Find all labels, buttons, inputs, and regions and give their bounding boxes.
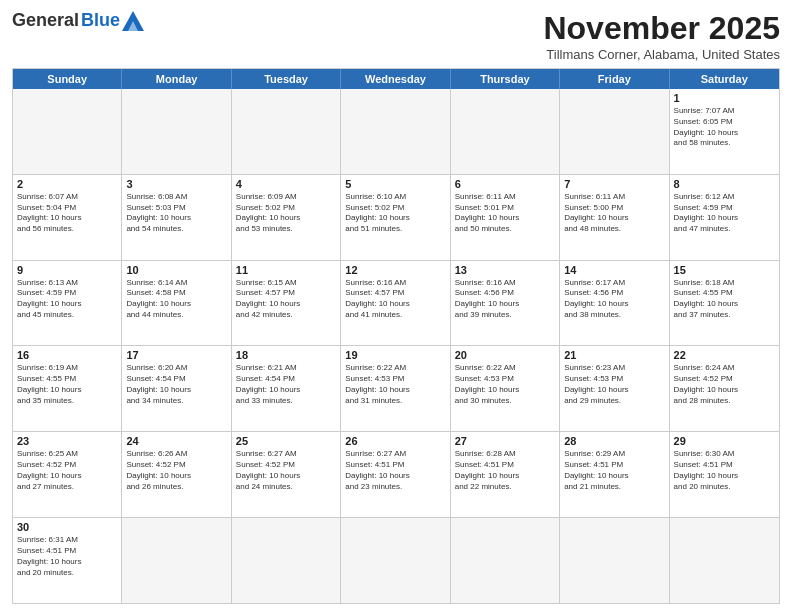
day-number: 17 [126,349,226,361]
day-info: Sunrise: 6:24 AM Sunset: 4:52 PM Dayligh… [674,363,775,406]
weekday-header-wednesday: Wednesday [341,69,450,89]
weekday-header-thursday: Thursday [451,69,560,89]
weekday-header-friday: Friday [560,69,669,89]
logo: General Blue [12,10,144,31]
day-number: 8 [674,178,775,190]
page: General Blue November 2025 Tillmans Corn… [0,0,792,612]
day-number: 15 [674,264,775,276]
calendar-day-empty-5-6 [670,518,779,603]
logo-triangle-icon [122,11,144,31]
day-number: 20 [455,349,555,361]
day-number: 30 [17,521,117,533]
calendar-day-1: 1Sunrise: 7:07 AM Sunset: 6:05 PM Daylig… [670,89,779,174]
day-number: 11 [236,264,336,276]
day-number: 10 [126,264,226,276]
day-info: Sunrise: 6:09 AM Sunset: 5:02 PM Dayligh… [236,192,336,235]
day-info: Sunrise: 6:22 AM Sunset: 4:53 PM Dayligh… [345,363,445,406]
calendar-day-25: 25Sunrise: 6:27 AM Sunset: 4:52 PM Dayli… [232,432,341,517]
calendar-day-21: 21Sunrise: 6:23 AM Sunset: 4:53 PM Dayli… [560,346,669,431]
day-number: 22 [674,349,775,361]
calendar-day-8: 8Sunrise: 6:12 AM Sunset: 4:59 PM Daylig… [670,175,779,260]
day-info: Sunrise: 6:25 AM Sunset: 4:52 PM Dayligh… [17,449,117,492]
calendar-day-empty-0-2 [232,89,341,174]
calendar-day-empty-5-1 [122,518,231,603]
calendar-day-16: 16Sunrise: 6:19 AM Sunset: 4:55 PM Dayli… [13,346,122,431]
calendar-day-17: 17Sunrise: 6:20 AM Sunset: 4:54 PM Dayli… [122,346,231,431]
day-number: 6 [455,178,555,190]
calendar-day-empty-5-2 [232,518,341,603]
calendar-day-empty-0-0 [13,89,122,174]
calendar-day-empty-5-5 [560,518,669,603]
day-info: Sunrise: 6:29 AM Sunset: 4:51 PM Dayligh… [564,449,664,492]
calendar-day-27: 27Sunrise: 6:28 AM Sunset: 4:51 PM Dayli… [451,432,560,517]
calendar-day-2: 2Sunrise: 6:07 AM Sunset: 5:04 PM Daylig… [13,175,122,260]
day-number: 24 [126,435,226,447]
calendar: SundayMondayTuesdayWednesdayThursdayFrid… [12,68,780,604]
calendar-day-empty-5-4 [451,518,560,603]
day-number: 7 [564,178,664,190]
calendar-day-11: 11Sunrise: 6:15 AM Sunset: 4:57 PM Dayli… [232,261,341,346]
day-info: Sunrise: 6:16 AM Sunset: 4:57 PM Dayligh… [345,278,445,321]
day-info: Sunrise: 6:17 AM Sunset: 4:56 PM Dayligh… [564,278,664,321]
calendar-day-26: 26Sunrise: 6:27 AM Sunset: 4:51 PM Dayli… [341,432,450,517]
day-info: Sunrise: 7:07 AM Sunset: 6:05 PM Dayligh… [674,106,775,149]
calendar-day-28: 28Sunrise: 6:29 AM Sunset: 4:51 PM Dayli… [560,432,669,517]
day-info: Sunrise: 6:27 AM Sunset: 4:52 PM Dayligh… [236,449,336,492]
day-info: Sunrise: 6:18 AM Sunset: 4:55 PM Dayligh… [674,278,775,321]
day-info: Sunrise: 6:27 AM Sunset: 4:51 PM Dayligh… [345,449,445,492]
calendar-day-22: 22Sunrise: 6:24 AM Sunset: 4:52 PM Dayli… [670,346,779,431]
calendar-row-0: 1Sunrise: 7:07 AM Sunset: 6:05 PM Daylig… [13,89,779,174]
day-info: Sunrise: 6:14 AM Sunset: 4:58 PM Dayligh… [126,278,226,321]
calendar-day-empty-5-3 [341,518,450,603]
day-number: 9 [17,264,117,276]
day-number: 2 [17,178,117,190]
day-number: 21 [564,349,664,361]
day-info: Sunrise: 6:08 AM Sunset: 5:03 PM Dayligh… [126,192,226,235]
day-number: 16 [17,349,117,361]
calendar-day-15: 15Sunrise: 6:18 AM Sunset: 4:55 PM Dayli… [670,261,779,346]
calendar-day-7: 7Sunrise: 6:11 AM Sunset: 5:00 PM Daylig… [560,175,669,260]
logo-blue-text: Blue [81,10,120,31]
header: General Blue November 2025 Tillmans Corn… [12,10,780,62]
day-info: Sunrise: 6:16 AM Sunset: 4:56 PM Dayligh… [455,278,555,321]
day-number: 5 [345,178,445,190]
day-info: Sunrise: 6:19 AM Sunset: 4:55 PM Dayligh… [17,363,117,406]
day-info: Sunrise: 6:11 AM Sunset: 5:01 PM Dayligh… [455,192,555,235]
calendar-day-23: 23Sunrise: 6:25 AM Sunset: 4:52 PM Dayli… [13,432,122,517]
weekday-header-tuesday: Tuesday [232,69,341,89]
day-number: 18 [236,349,336,361]
day-number: 29 [674,435,775,447]
day-info: Sunrise: 6:31 AM Sunset: 4:51 PM Dayligh… [17,535,117,578]
weekday-header-saturday: Saturday [670,69,779,89]
calendar-day-3: 3Sunrise: 6:08 AM Sunset: 5:03 PM Daylig… [122,175,231,260]
calendar-day-5: 5Sunrise: 6:10 AM Sunset: 5:02 PM Daylig… [341,175,450,260]
calendar-day-12: 12Sunrise: 6:16 AM Sunset: 4:57 PM Dayli… [341,261,450,346]
day-number: 28 [564,435,664,447]
calendar-row-5: 30Sunrise: 6:31 AM Sunset: 4:51 PM Dayli… [13,517,779,603]
day-info: Sunrise: 6:13 AM Sunset: 4:59 PM Dayligh… [17,278,117,321]
calendar-day-13: 13Sunrise: 6:16 AM Sunset: 4:56 PM Dayli… [451,261,560,346]
day-number: 12 [345,264,445,276]
day-info: Sunrise: 6:28 AM Sunset: 4:51 PM Dayligh… [455,449,555,492]
month-title: November 2025 [543,10,780,47]
day-info: Sunrise: 6:15 AM Sunset: 4:57 PM Dayligh… [236,278,336,321]
calendar-day-18: 18Sunrise: 6:21 AM Sunset: 4:54 PM Dayli… [232,346,341,431]
calendar-day-24: 24Sunrise: 6:26 AM Sunset: 4:52 PM Dayli… [122,432,231,517]
calendar-row-4: 23Sunrise: 6:25 AM Sunset: 4:52 PM Dayli… [13,431,779,517]
day-info: Sunrise: 6:20 AM Sunset: 4:54 PM Dayligh… [126,363,226,406]
calendar-day-9: 9Sunrise: 6:13 AM Sunset: 4:59 PM Daylig… [13,261,122,346]
weekday-header-monday: Monday [122,69,231,89]
day-number: 13 [455,264,555,276]
calendar-row-1: 2Sunrise: 6:07 AM Sunset: 5:04 PM Daylig… [13,174,779,260]
day-number: 4 [236,178,336,190]
day-number: 19 [345,349,445,361]
day-info: Sunrise: 6:22 AM Sunset: 4:53 PM Dayligh… [455,363,555,406]
calendar-day-empty-0-1 [122,89,231,174]
day-info: Sunrise: 6:11 AM Sunset: 5:00 PM Dayligh… [564,192,664,235]
day-info: Sunrise: 6:21 AM Sunset: 4:54 PM Dayligh… [236,363,336,406]
weekday-header-sunday: Sunday [13,69,122,89]
calendar-day-30: 30Sunrise: 6:31 AM Sunset: 4:51 PM Dayli… [13,518,122,603]
calendar-day-29: 29Sunrise: 6:30 AM Sunset: 4:51 PM Dayli… [670,432,779,517]
calendar-day-empty-0-5 [560,89,669,174]
calendar-day-10: 10Sunrise: 6:14 AM Sunset: 4:58 PM Dayli… [122,261,231,346]
